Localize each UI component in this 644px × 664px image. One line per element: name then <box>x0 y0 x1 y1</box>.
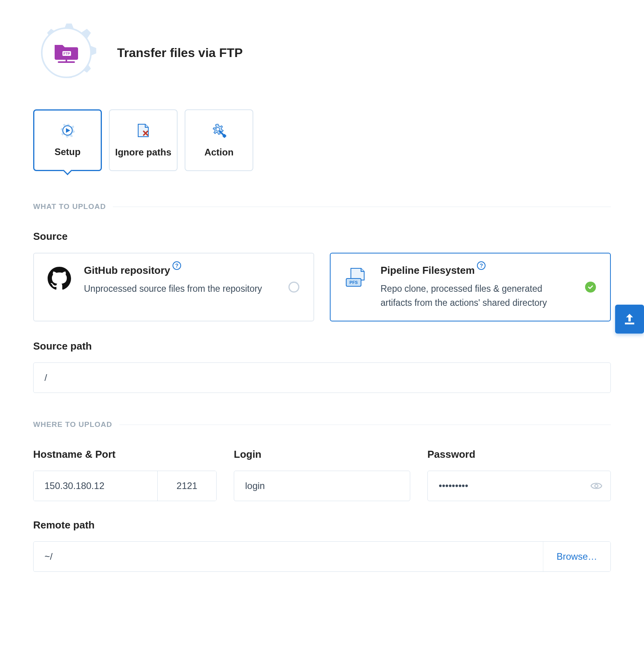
source-option-desc: Unprocessed source files from the reposi… <box>84 282 275 296</box>
login-label: Login <box>234 448 410 461</box>
upload-icon <box>623 312 637 326</box>
source-path-label: Source path <box>33 340 611 352</box>
eye-icon[interactable] <box>591 480 602 492</box>
section-where-to-upload: WHERE TO UPLOAD <box>33 420 611 429</box>
ftp-gear-icon: FTP <box>33 20 100 86</box>
tab-ignore-paths[interactable]: Ignore paths <box>109 109 178 171</box>
file-x-icon <box>136 123 151 138</box>
browse-button[interactable]: Browse… <box>543 542 610 571</box>
login-input[interactable] <box>234 471 410 501</box>
source-option-github[interactable]: GitHub repository ? Unprocessed source f… <box>33 253 314 321</box>
svg-point-5 <box>216 127 219 131</box>
remote-path-input[interactable] <box>34 542 543 571</box>
source-option-pipeline-filesystem[interactable]: PFS Pipeline Filesystem ? Repo clone, pr… <box>330 253 611 321</box>
wrench-gear-icon <box>211 123 227 138</box>
github-icon <box>48 267 71 290</box>
pfs-icon: PFS <box>344 267 368 289</box>
source-option-title: GitHub repository <box>84 264 170 276</box>
tab-label: Ignore paths <box>115 147 171 158</box>
tab-action[interactable]: Action <box>185 109 253 171</box>
svg-point-9 <box>595 484 598 487</box>
svg-text:FTP: FTP <box>64 52 70 55</box>
remote-path-label: Remote path <box>33 519 611 531</box>
tab-label: Setup <box>55 146 81 157</box>
source-option-desc: Repo clone, processed files & generated … <box>381 282 572 310</box>
section-header-text: WHAT TO UPLOAD <box>33 202 106 211</box>
radio-unselected-icon <box>288 282 299 293</box>
page-header: FTP Transfer files via FTP <box>33 20 611 86</box>
hostname-input[interactable] <box>34 471 158 501</box>
hostname-port-label: Hostname & Port <box>33 448 217 461</box>
help-icon[interactable]: ? <box>173 261 181 270</box>
divider <box>113 207 611 207</box>
password-label: Password <box>427 448 611 461</box>
tab-setup[interactable]: Setup <box>33 109 102 171</box>
source-options: GitHub repository ? Unprocessed source f… <box>33 253 611 321</box>
hostname-port-group <box>33 471 217 501</box>
source-label: Source <box>33 230 611 243</box>
port-input[interactable] <box>158 471 216 501</box>
help-icon[interactable]: ? <box>477 261 486 270</box>
svg-rect-10 <box>625 323 634 325</box>
tabs: Setup Ignore paths Action <box>33 109 611 171</box>
password-input[interactable] <box>427 471 611 501</box>
page-title: Transfer files via FTP <box>117 46 243 60</box>
source-option-title: Pipeline Filesystem <box>381 264 475 276</box>
remote-path-group: Browse… <box>33 541 611 572</box>
check-icon <box>585 282 596 293</box>
play-gear-icon <box>60 123 75 138</box>
divider <box>119 425 611 425</box>
svg-text:PFS: PFS <box>349 280 358 285</box>
section-what-to-upload: WHAT TO UPLOAD <box>33 202 611 211</box>
upload-fab[interactable] <box>615 305 644 334</box>
source-path-input[interactable] <box>33 362 611 393</box>
svg-rect-3 <box>66 60 67 62</box>
section-header-text: WHERE TO UPLOAD <box>33 420 112 429</box>
tab-label: Action <box>205 147 234 158</box>
